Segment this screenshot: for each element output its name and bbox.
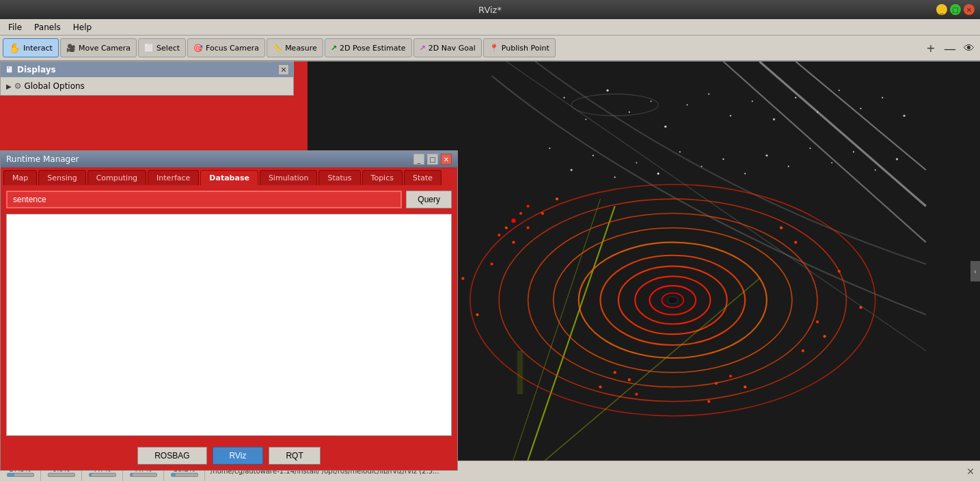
svg-point-61 [635,393,638,396]
rm-tabs: Map Sensing Computing Interface Database… [1,167,457,185]
select-button[interactable]: ⬜ Select [138,38,186,57]
svg-point-59 [780,226,782,229]
rm-bottom-bar: ROSBAG RViz RQT [1,441,457,470]
svg-point-21 [571,169,573,171]
tab-database[interactable]: Database [200,170,258,185]
status-close-button[interactable]: ✕ [964,465,977,478]
status-bar-inner-1 [7,473,34,477]
measure-label: Measure [285,44,317,53]
rm-maximize-button[interactable]: □ [427,154,438,165]
svg-point-74 [816,320,819,323]
svg-point-16 [839,90,840,91]
minimize-button[interactable]: _ [936,4,947,15]
svg-point-57 [527,226,530,229]
menu-bar: File Panels Help [0,19,980,36]
displays-body: ▶ ⚙ Global Options [1,77,293,95]
svg-point-30 [765,154,767,156]
2d-nav-label: 2D Nav Goal [428,44,476,53]
tab-topics[interactable]: Topics [362,170,403,185]
menu-help[interactable]: Help [68,21,97,33]
tab-interface[interactable]: Interface [148,170,199,185]
db-search-input[interactable] [6,191,402,208]
view-button[interactable]: 👁 [961,40,977,56]
svg-point-50 [461,277,464,279]
displays-title-label: Displays [17,65,56,74]
interact-button[interactable]: ✋ Interact [3,38,59,57]
svg-point-19 [903,115,906,117]
tab-status[interactable]: Status [318,170,360,185]
status-bar-inner-4 [130,473,157,477]
main-layout: 🖥 Displays ✕ ▶ ⚙ Global Options pri/tmp/… [0,61,980,481]
publish-icon: 📍 [489,44,499,53]
svg-point-18 [882,97,883,98]
svg-point-5 [606,90,608,92]
nav-icon: ↗ [420,44,426,53]
db-query-button[interactable]: Query [406,191,452,208]
close-button[interactable]: ✕ [964,4,975,15]
menu-panels[interactable]: Panels [29,21,66,33]
title-bar: RViz* _ □ ✕ [0,0,980,19]
select-label: Select [156,44,180,53]
menu-file[interactable]: File [3,21,27,33]
measure-button[interactable]: 📏 Measure [267,38,323,57]
tab-computing[interactable]: Computing [87,170,146,185]
displays-panel-icon: 🖥 [5,65,13,74]
db-search-row: Query [6,191,452,208]
svg-point-56 [556,197,558,200]
zoom-out-button[interactable]: — [942,40,958,56]
svg-point-51 [476,313,478,316]
tab-simulation[interactable]: Simulation [260,170,318,185]
svg-point-34 [853,151,854,152]
status-bar-fill-4 [131,473,133,476]
move-camera-label: Move Camera [79,44,131,53]
zoom-in-button[interactable]: + [923,40,939,56]
svg-point-22 [593,155,594,156]
svg-point-9 [686,104,688,105]
svg-point-26 [679,151,681,152]
maximize-button[interactable]: □ [950,4,961,15]
global-options-label: Global Options [24,81,84,91]
displays-header: 🖥 Displays ✕ [1,62,293,77]
displays-close-button[interactable]: ✕ [278,64,289,75]
svg-point-52 [491,262,493,265]
svg-point-17 [860,108,862,109]
rviz-button[interactable]: RViz [213,447,264,465]
svg-point-69 [498,234,500,236]
global-options-item[interactable]: ▶ ⚙ Global Options [3,80,290,92]
svg-point-32 [809,148,811,149]
move-camera-button[interactable]: 🎥 Move Camera [60,38,137,57]
rosbag-button[interactable]: ROSBAG [137,447,206,465]
rqt-button[interactable]: RQT [269,447,320,465]
camera-icon: 🎥 [66,44,76,53]
2d-pose-label: 2D Pose Estimate [340,44,406,53]
tab-state[interactable]: State [404,170,441,185]
rm-title: Runtime Manager [6,154,79,164]
svg-point-12 [752,100,753,102]
2d-nav-button[interactable]: ↗ 2D Nav Goal [413,38,482,57]
tab-sensing[interactable]: Sensing [38,170,85,185]
svg-point-27 [701,165,703,167]
rm-close-button[interactable]: ✕ [441,154,452,165]
svg-point-33 [831,162,832,163]
svg-point-25 [657,172,659,174]
svg-point-72 [715,382,718,385]
svg-point-76 [802,349,804,352]
svg-point-31 [788,165,789,167]
svg-point-7 [651,100,652,102]
rm-minimize-button[interactable]: _ [413,154,424,165]
tab-map[interactable]: Map [3,170,37,185]
svg-point-23 [614,176,616,178]
publish-point-button[interactable]: 📍 Publish Point [483,38,556,57]
focus-camera-button[interactable]: 🎯 Focus Camera [187,38,265,57]
svg-point-14 [795,97,796,98]
svg-point-53 [838,270,841,273]
left-panel: 🖥 Displays ✕ ▶ ⚙ Global Options pri/tmp/… [0,61,308,481]
collapse-arrow-button[interactable]: ‹ [970,261,980,281]
svg-point-68 [527,205,530,208]
2d-pose-button[interactable]: ↗ 2D Pose Estimate [325,38,412,57]
app-title: RViz* [478,5,502,15]
rm-title-controls: _ □ ✕ [413,154,452,165]
svg-point-4 [585,119,586,120]
svg-point-65 [511,219,515,223]
title-controls: _ □ ✕ [936,4,975,15]
